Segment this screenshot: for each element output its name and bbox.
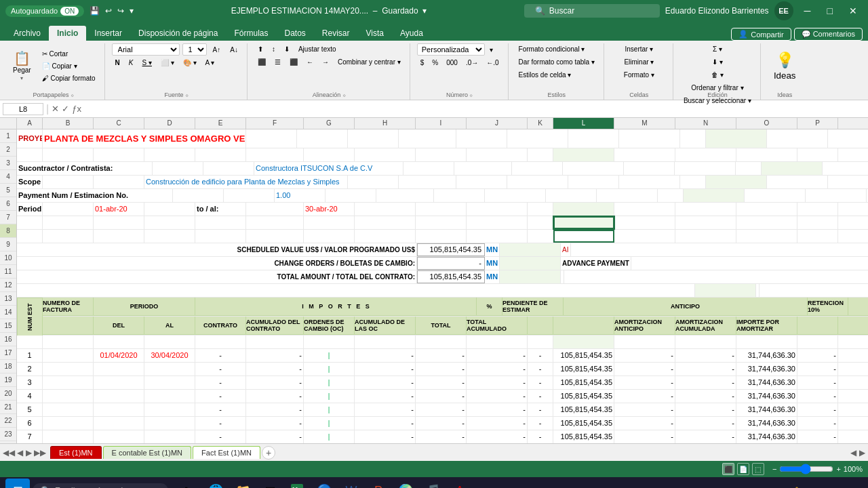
ribbon-group-fuente: Arial 10 A↑ A↓ N K S ▾ ⬜ ▾ 🎨 ▾ A ▾ Fuent… (106, 43, 248, 100)
indent-increase-button[interactable]: → (319, 56, 332, 68)
spreadsheet-body: 1 2 3 4 5 6 7 8 9 10 11 12 13 14 15 16 1… (0, 129, 868, 443)
fill-color-button[interactable]: 🎨 ▾ (180, 57, 200, 68)
comma-button[interactable]: 000 (443, 57, 461, 68)
taskbar-app-chrome[interactable]: 🔵 (312, 479, 336, 488)
decrease-decimal-button[interactable]: ←.0 (483, 57, 502, 68)
taskbar-app-word[interactable]: W (339, 479, 363, 488)
cell-styles-button[interactable]: Estilos de celda ▾ (515, 69, 575, 81)
sheet-tab-econtable[interactable]: E contable Est (1)MN (103, 446, 192, 459)
taskbar-app-edge[interactable]: 🌐 (203, 479, 228, 488)
tab-datos[interactable]: Datos (276, 26, 313, 41)
align-right-button[interactable]: ⬛ (286, 56, 301, 68)
font-selector[interactable]: Arial (112, 43, 180, 56)
taskbar-app-explorer[interactable]: 🗂 (176, 479, 201, 488)
cell-reference-input[interactable] (3, 103, 43, 115)
scroll-left-icon[interactable]: ◀ (850, 448, 856, 458)
number-format-selector[interactable]: Personalizada (417, 43, 485, 56)
clear-button[interactable]: 🗑 ▾ (708, 69, 727, 81)
cancel-formula-icon[interactable]: ✕ (52, 104, 59, 114)
maximize-button[interactable]: □ (822, 3, 838, 19)
number-format-arrow[interactable]: ▾ (486, 44, 496, 56)
tab-revisar[interactable]: Revisar (314, 26, 358, 41)
taskbar-app-mail[interactable]: ✉ (258, 479, 282, 488)
page-layout-icon[interactable]: 📄 (737, 463, 749, 475)
normal-view-icon[interactable]: ⬛ (722, 463, 734, 475)
indent-decrease-button[interactable]: ← (303, 56, 317, 68)
tab-disposicion[interactable]: Disposición de página (130, 26, 226, 41)
zoom-plus-icon[interactable]: + (836, 465, 840, 473)
tab-insertar[interactable]: Insertar (86, 26, 130, 41)
more-icon[interactable]: ▾ (130, 6, 134, 16)
border-button[interactable]: ⬜ ▾ (157, 57, 178, 68)
table-row: SCHEDULED VALUE US$ / VALOR PROGRAMADO U… (17, 243, 868, 257)
percent-button[interactable]: % (429, 57, 441, 68)
add-sheet-button[interactable]: + (262, 446, 275, 460)
zoom-minus-icon[interactable]: − (772, 465, 776, 473)
delete-button[interactable]: Eliminar ▾ (620, 56, 657, 68)
align-bottom-button[interactable]: ⬇ (281, 43, 293, 55)
start-button[interactable]: ⊞ (5, 479, 30, 488)
table-row: 3 - - | - - - - 105,815,454.35 - - 31,74… (17, 376, 868, 390)
redo-icon[interactable]: ↪ (117, 6, 124, 16)
share-button[interactable]: 👤 Compartir (731, 28, 791, 41)
sheet-tab-fact[interactable]: Fact Est (1)MN (193, 446, 260, 459)
format-button[interactable]: Formato ▾ (620, 69, 658, 81)
zoom-range-input[interactable] (779, 464, 833, 474)
table-row: 7 - - | - - - - 105,815,454.35 - - 31,74… (17, 430, 868, 443)
search-bar[interactable]: 🔍 Buscar (524, 4, 660, 18)
cut-button[interactable]: ✂ Cortar (39, 48, 99, 60)
decrease-font-button[interactable]: A↓ (226, 44, 241, 56)
currency-button[interactable]: $ (417, 57, 428, 68)
taskbar-app-itunes[interactable]: 🎵 (420, 479, 445, 488)
undo-icon[interactable]: ↩ (105, 6, 112, 16)
increase-decimal-button[interactable]: .0→ (462, 57, 481, 68)
taskbar-app-files[interactable]: 📁 (231, 479, 255, 488)
insert-function-icon[interactable]: ƒx (72, 104, 81, 114)
close-button[interactable]: ✕ (844, 3, 863, 19)
underline-button[interactable]: S ▾ (139, 57, 155, 68)
align-middle-button[interactable]: ↕ (269, 43, 279, 55)
ideas-button[interactable]: 💡 Ideas (768, 48, 802, 84)
alineacion-label: Alineación ⬦ (249, 92, 410, 98)
page-break-icon[interactable]: ⬚ (752, 463, 764, 475)
format-table-button[interactable]: Dar formato como tabla ▾ (515, 56, 598, 68)
font-color-button[interactable]: A ▾ (202, 57, 218, 68)
taskbar: ⊞ 🔍 Escribe aquí para buscar 🗂 🌐 📁 ✉ X 🔵… (0, 477, 868, 488)
format-copy-button[interactable]: 🖌 Copiar formato (39, 73, 99, 84)
tab-ayuda[interactable]: Ayuda (392, 26, 431, 41)
size-selector[interactable]: 10 (182, 43, 207, 56)
align-left-button[interactable]: ⬛ (254, 56, 269, 68)
sheet-nav-arrows[interactable]: ◀◀ ◀ ▶ ▶▶ (3, 448, 46, 458)
autosave-toggle[interactable]: Autoguardado ON (5, 5, 84, 17)
italic-button[interactable]: K (125, 57, 137, 68)
sheet-tab-est[interactable]: Est (1)MN (50, 446, 102, 459)
merge-center-button[interactable]: Combinar y centrar ▾ (334, 56, 404, 68)
taskbar-app-ie[interactable]: 🌍 (393, 479, 418, 488)
bold-button[interactable]: N (112, 57, 123, 68)
tab-inicio[interactable]: Inicio (49, 26, 86, 41)
tab-formulas[interactable]: Fórmulas (226, 26, 276, 41)
taskbar-search[interactable]: 🔍 Escribe aquí para buscar (33, 483, 168, 488)
align-top-button[interactable]: ⬆ (254, 43, 267, 55)
fill-button[interactable]: ⬇ ▾ (709, 56, 726, 68)
ribbon-group-edicion: Σ ▾ ⬇ ▾ 🗑 ▾ Ordenar y filtrar ▾ Buscar y… (675, 43, 761, 100)
minimize-button[interactable]: ─ (799, 3, 816, 19)
increase-font-button[interactable]: A↑ (210, 44, 224, 56)
conditional-format-button[interactable]: Formato condicional ▾ (515, 43, 589, 55)
sum-button[interactable]: Σ ▾ (709, 43, 726, 55)
align-center-button[interactable]: ☰ (271, 56, 284, 68)
scroll-right-icon[interactable]: ▶ (859, 448, 865, 458)
taskbar-app-excel[interactable]: X (285, 479, 309, 488)
taskbar-app-ppt[interactable]: P (366, 479, 391, 488)
comments-button[interactable]: 💬 Comentarios (794, 28, 863, 41)
status-bar: ⬛ 📄 ⬚ − + 100% (0, 461, 868, 477)
copy-button[interactable]: 📄 Copiar ▾ (39, 60, 99, 72)
wrap-text-button[interactable]: Ajustar texto (295, 43, 340, 55)
save-icon[interactable]: 💾 (90, 6, 100, 16)
tab-vista[interactable]: Vista (358, 26, 392, 41)
confirm-formula-icon[interactable]: ✓ (62, 104, 69, 114)
taskbar-app-acrobat[interactable]: A (448, 479, 472, 488)
tab-archivo[interactable]: Archivo (5, 26, 49, 41)
insert-button[interactable]: Insertar ▾ (622, 43, 657, 55)
paste-button[interactable]: 📋 Pegar ▾ (8, 49, 36, 84)
